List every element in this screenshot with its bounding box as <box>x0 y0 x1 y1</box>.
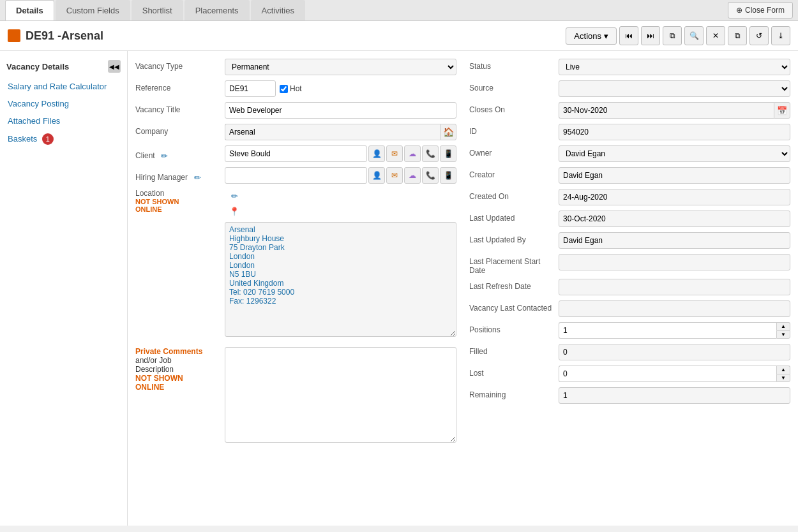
creator-input <box>559 167 790 184</box>
closes-on-input[interactable] <box>559 102 774 119</box>
positions-decrement-button[interactable]: ▼ <box>776 330 790 339</box>
client-person-icon[interactable]: 👤 <box>368 145 385 162</box>
vacancy-last-contacted-row: Vacancy Last Contacted <box>469 300 790 318</box>
header-row: DE91 -Arsenal Actions ▾ ⏮ ⏭ ⧉ 🔍 ✕ ⧉ ↺ ⤓ <box>0 21 798 51</box>
copy-button[interactable]: ⧉ <box>663 26 682 45</box>
actions-button[interactable]: Actions ▾ <box>566 27 617 45</box>
last-updated-by-label: Last Updated By <box>469 232 559 244</box>
vacancy-type-row: Vacancy Type Permanent Contract Temporar… <box>135 59 456 77</box>
creator-row: Creator <box>469 167 790 185</box>
remaining-input <box>559 387 790 404</box>
vacancy-title-label: Vacancy Title <box>135 102 225 114</box>
sidebar-item-baskets[interactable]: Baskets 1 <box>0 129 127 149</box>
hiring-phone-icon[interactable]: 📞 <box>422 167 439 184</box>
close-form-button[interactable]: ⊕ Close Form <box>728 2 793 18</box>
search-button[interactable]: 🔍 <box>684 26 704 45</box>
company-home-button[interactable]: 🏠 <box>440 124 456 140</box>
lost-increment-button[interactable]: ▲ <box>776 366 790 374</box>
positions-increment-button[interactable]: ▲ <box>776 322 790 330</box>
sidebar-item-vacancy-posting[interactable]: Vacancy Posting <box>0 95 127 112</box>
tab-custom-fields[interactable]: Custom Fields <box>56 0 130 20</box>
chevron-down-icon: ▾ <box>604 31 608 41</box>
location-edit-icon[interactable]: ✏ <box>227 189 241 203</box>
client-field: 👤 ✉ ☁ 📞 📱 <box>225 145 456 162</box>
owner-row: Owner David Egan <box>469 145 790 163</box>
closes-on-label: Closes On <box>469 102 559 114</box>
company-field: 🏠 <box>225 124 456 140</box>
header-actions: Actions ▾ ⏮ ⏭ ⧉ 🔍 ✕ ⧉ ↺ ⤓ <box>566 26 790 45</box>
right-form-section: Status Live On Hold Closed Filled Source <box>469 59 790 447</box>
reference-input[interactable] <box>225 80 276 97</box>
lost-input[interactable] <box>559 366 776 382</box>
client-input[interactable] <box>225 145 367 162</box>
sidebar-title: Vacancy Details <box>6 62 69 71</box>
sidebar-item-attached-files[interactable]: Attached Files <box>0 112 127 129</box>
vacancy-title-row: Vacancy Title <box>135 102 456 120</box>
private-and-or: and/or Job <box>135 356 225 365</box>
company-input[interactable] <box>225 124 440 140</box>
baskets-badge: 1 <box>42 133 54 145</box>
sidebar-header: Vacancy Details ◀◀ <box>0 57 127 78</box>
lost-decrement-button[interactable]: ▼ <box>776 374 790 382</box>
client-edit-icon[interactable]: ✏ <box>158 149 172 163</box>
vacancy-type-label: Vacancy Type <box>135 59 225 71</box>
id-row: ID <box>469 124 790 142</box>
vacancy-title-input[interactable] <box>225 102 456 119</box>
client-cloud-icon[interactable]: ☁ <box>404 145 421 162</box>
owner-label: Owner <box>469 145 559 158</box>
private-job-desc: Description <box>135 365 225 374</box>
positions-input[interactable] <box>559 322 776 339</box>
vacancy-icon <box>8 29 20 42</box>
created-on-label: Created On <box>469 189 559 201</box>
client-contact-icons: 👤 ✉ ☁ 📞 📱 <box>368 145 456 162</box>
content-area: Vacancy Type Permanent Contract Temporar… <box>128 51 798 526</box>
last-updated-row: Last Updated <box>469 211 790 228</box>
id-input <box>559 124 790 140</box>
nav-last-button[interactable]: ⏭ <box>641 26 660 45</box>
vacancy-last-contacted-input <box>559 300 790 317</box>
owner-select[interactable]: David Egan <box>559 145 790 162</box>
last-updated-input <box>559 211 790 227</box>
positions-spinner: ▲ ▼ <box>559 322 790 339</box>
location-row: Location NOT SHOWN ONLINE ✏ 📍 <box>135 189 456 218</box>
company-label: Company <box>135 124 225 136</box>
address-textarea[interactable]: Arsenal Highbury House 75 Drayton Park L… <box>225 222 456 337</box>
vacancy-type-select[interactable]: Permanent Contract Temporary <box>225 59 456 75</box>
save-button[interactable]: ⤓ <box>771 26 790 45</box>
client-phone-icon[interactable]: 📞 <box>422 145 439 162</box>
tabs-bar: Details Custom Fields Shortlist Placemen… <box>0 0 798 21</box>
tab-details[interactable]: Details <box>5 0 54 20</box>
last-refresh-input <box>559 279 790 295</box>
lost-row: Lost ▲ ▼ <box>469 366 790 383</box>
link-button[interactable]: ⧉ <box>728 26 747 45</box>
hiring-mail-icon[interactable]: ✉ <box>386 167 403 184</box>
hiring-manager-label: Hiring Manager ✏ <box>135 167 225 184</box>
hiring-mobile-icon[interactable]: 📱 <box>440 167 456 184</box>
source-select[interactable] <box>559 80 790 97</box>
tab-activities[interactable]: Activities <box>251 0 305 20</box>
reference-row: Reference Hot <box>135 80 456 98</box>
last-updated-by-row: Last Updated By <box>469 232 790 250</box>
sidebar-collapse-button[interactable]: ◀◀ <box>108 60 121 73</box>
hot-checkbox[interactable] <box>280 85 288 93</box>
sidebar-item-salary[interactable]: Salary and Rate Calculator <box>0 78 127 95</box>
private-comments-textarea[interactable] <box>225 347 456 443</box>
filled-label: Filled <box>469 344 559 356</box>
refresh-button[interactable]: ↺ <box>749 26 769 45</box>
nav-first-button[interactable]: ⏮ <box>619 26 638 45</box>
closes-on-calendar-button[interactable]: 📅 <box>774 102 790 119</box>
tab-placements[interactable]: Placements <box>184 0 250 20</box>
status-select[interactable]: Live On Hold Closed Filled <box>559 59 790 75</box>
hiring-manager-input[interactable] <box>225 167 367 184</box>
hiring-person-icon[interactable]: 👤 <box>368 167 385 184</box>
client-mobile-icon[interactable]: 📱 <box>440 145 456 162</box>
tab-shortlist[interactable]: Shortlist <box>132 0 183 20</box>
client-row: Client ✏ 👤 ✉ ☁ 📞 📱 <box>135 145 456 163</box>
hiring-cloud-icon[interactable]: ☁ <box>404 167 421 184</box>
location-map-icon[interactable]: 📍 <box>227 204 241 218</box>
location-label: Location <box>135 189 225 198</box>
closes-on-row: Closes On 📅 <box>469 102 790 120</box>
client-mail-icon[interactable]: ✉ <box>386 145 403 162</box>
hiring-manager-edit-icon[interactable]: ✏ <box>190 170 204 184</box>
close-button[interactable]: ✕ <box>706 26 725 45</box>
